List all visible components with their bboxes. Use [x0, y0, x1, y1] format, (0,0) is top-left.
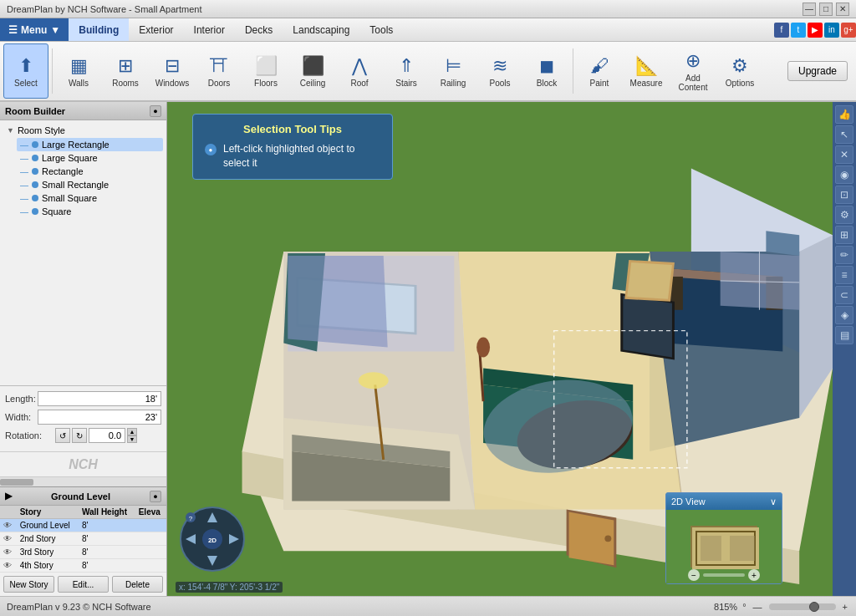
right-tool-settings[interactable]: ⚙: [835, 206, 853, 224]
view-2d-expand[interactable]: ∨: [770, 496, 777, 507]
stories-panel: ▶ Ground Level ● Story Wall Height Eleva: [0, 486, 166, 596]
tool-doors[interactable]: ⛩ Doors: [196, 43, 242, 99]
menu-tab-building[interactable]: Building: [69, 18, 129, 41]
tip-text: Left-click highlighted object to select …: [223, 142, 380, 171]
rotation-up[interactable]: ▲: [127, 428, 137, 435]
canvas-area[interactable]: Selection Tool Tips ● Left-click highlig…: [167, 102, 833, 596]
tool-ceiling[interactable]: ⬛ Ceiling: [290, 43, 335, 99]
tool-floors[interactable]: ⬜ Floors: [243, 43, 288, 99]
menu-tab-tools[interactable]: Tools: [359, 18, 403, 41]
minimize-button[interactable]: —: [802, 3, 816, 16]
tool-roof[interactable]: ⋀ Roof: [337, 43, 382, 99]
color-dot-4: [32, 181, 38, 188]
zoom-in-mini[interactable]: +: [748, 569, 760, 581]
navigation-control[interactable]: 2D ?: [179, 506, 246, 573]
right-tool-grid[interactable]: ⊞: [835, 226, 853, 244]
tool-rooms[interactable]: ⊞ Rooms: [103, 43, 148, 99]
tool-walls[interactable]: ▦ Walls: [56, 43, 101, 99]
item-dash-3: —: [20, 167, 28, 176]
view-2d-panel[interactable]: 2D View ∨ − +: [665, 492, 782, 584]
right-tool-perspective[interactable]: ⊡: [835, 186, 853, 204]
horizontal-scrollbar[interactable]: [0, 476, 166, 486]
twitter-icon[interactable]: t: [791, 23, 806, 38]
title-text: DreamPlan by NCH Software - Small Apartm…: [7, 4, 202, 14]
zoom-plus-btn[interactable]: +: [841, 602, 849, 612]
right-tool-panel[interactable]: ▤: [835, 326, 853, 344]
tool-select[interactable]: ⬆ Select: [3, 43, 48, 99]
zoom-out-mini[interactable]: −: [688, 569, 700, 581]
eye-icon-3rd: 👁: [3, 547, 12, 557]
story-elev-2nd: [135, 532, 166, 546]
tree-item-large-square[interactable]: — Large Square: [17, 151, 163, 165]
tool-pools[interactable]: ≋ Pools: [477, 43, 522, 99]
stories-collapse[interactable]: ●: [150, 491, 161, 502]
close-button[interactable]: ✕: [836, 3, 849, 16]
length-row: Length:: [5, 391, 161, 406]
story-row-ground[interactable]: 👁 Ground Level 8': [0, 519, 166, 532]
measure-label: Measure: [630, 79, 663, 88]
story-height-3rd: 8': [79, 546, 135, 559]
floors-label: Floors: [254, 79, 278, 88]
tool-add-content[interactable]: ⊕ Add Content: [670, 43, 716, 99]
tool-paint[interactable]: 🖌 Paint: [577, 43, 622, 99]
facebook-icon[interactable]: f: [774, 23, 789, 38]
railing-icon: ⊨: [446, 55, 461, 77]
menu-tab-interior[interactable]: Interior: [184, 18, 235, 41]
length-input[interactable]: [38, 391, 161, 406]
googleplus-icon[interactable]: g+: [841, 23, 856, 38]
right-tool-cube[interactable]: ◉: [835, 165, 853, 184]
stories-header[interactable]: ▶ Ground Level ●: [0, 487, 166, 506]
svg-rect-55: [730, 536, 755, 561]
right-tool-2[interactable]: ↖: [835, 125, 853, 144]
width-input[interactable]: [38, 410, 161, 425]
upgrade-button[interactable]: Upgrade: [787, 61, 848, 81]
tool-windows[interactable]: ⊟ Windows: [150, 43, 195, 99]
zoom-minus-btn[interactable]: —: [752, 602, 764, 612]
menu-tab-exterior[interactable]: Exterior: [129, 18, 183, 41]
svg-point-35: [359, 372, 389, 389]
story-name-2nd: 2nd Story: [17, 532, 79, 546]
menu-button[interactable]: ☰ Menu ▼: [0, 18, 69, 41]
story-elev-ground: [135, 519, 166, 532]
tree-item-small-rectangle[interactable]: — Small Rectangle: [17, 178, 163, 191]
tool-block[interactable]: ◼ Block: [524, 43, 569, 99]
rotate-ccw-button[interactable]: ↺: [55, 428, 70, 443]
right-tool-1[interactable]: 👍: [835, 105, 853, 124]
mini-slider[interactable]: [703, 573, 745, 577]
right-tool-shapes[interactable]: ◈: [835, 306, 853, 324]
story-row-2nd[interactable]: 👁 2nd Story 8': [0, 532, 166, 546]
tree-item-small-square[interactable]: — Small Square: [17, 191, 163, 205]
tree-item-square[interactable]: — Square: [17, 205, 163, 218]
story-height-4th: 8': [79, 559, 135, 573]
linkedin-icon[interactable]: in: [824, 23, 839, 38]
scroll-thumb: [0, 479, 33, 486]
menu-tab-decks[interactable]: Decks: [235, 18, 283, 41]
tree-item-rectangle[interactable]: — Rectangle: [17, 165, 163, 178]
new-story-button[interactable]: New Story: [3, 576, 54, 593]
room-builder-collapse[interactable]: ●: [150, 105, 161, 117]
rotate-cw-button[interactable]: ↻: [72, 428, 87, 443]
delete-story-button[interactable]: Delete: [112, 576, 163, 593]
menu-tab-landscaping[interactable]: Landscaping: [283, 18, 359, 41]
right-tool-magnet[interactable]: ⊂: [835, 286, 853, 304]
svg-point-30: [604, 535, 611, 542]
youtube-icon[interactable]: ▶: [808, 23, 823, 38]
tool-measure[interactable]: 📐 Measure: [624, 43, 669, 99]
expand-icon: ▼: [7, 126, 14, 135]
story-row-3rd[interactable]: 👁 3rd Story 8': [0, 546, 166, 559]
tree-node-root[interactable]: ▼ Room Style: [3, 124, 163, 137]
zoom-slider[interactable]: [769, 603, 836, 610]
rotation-down[interactable]: ▼: [127, 435, 137, 443]
tool-railing[interactable]: ⊨ Railing: [431, 43, 476, 99]
statusbar: DreamPlan v 9.23 © NCH Software 815% ° —…: [0, 596, 856, 616]
rotation-input[interactable]: [89, 428, 125, 443]
tool-options[interactable]: ⚙ Options: [717, 43, 762, 99]
right-tool-layers[interactable]: ≡: [835, 266, 853, 284]
tree-item-large-rectangle[interactable]: — Large Rectangle: [17, 138, 163, 151]
right-tool-close[interactable]: ✕: [835, 145, 853, 164]
tool-stairs[interactable]: ⇑ Stairs: [384, 43, 429, 99]
edit-story-button[interactable]: Edit...: [58, 576, 109, 593]
right-tool-pencil[interactable]: ✏: [835, 246, 853, 264]
story-row-4th[interactable]: 👁 4th Story 8': [0, 559, 166, 573]
maximize-button[interactable]: □: [819, 3, 833, 16]
